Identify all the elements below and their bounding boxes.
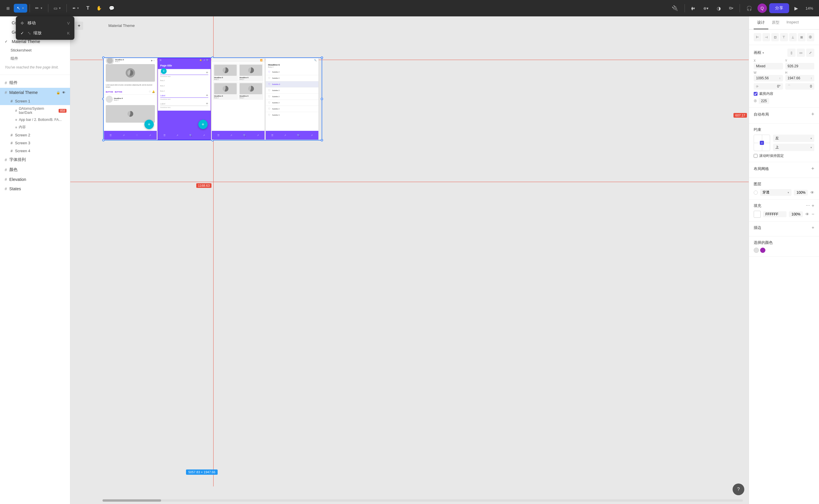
- shape-tool[interactable]: ▭ ▼: [51, 4, 64, 12]
- fab-1[interactable]: +: [144, 120, 154, 129]
- constraint-v-select[interactable]: 上 ▾: [773, 144, 814, 151]
- frame-label[interactable]: 画框 ▾: [754, 50, 764, 55]
- tab-design[interactable]: 设计: [754, 16, 768, 29]
- corner-value[interactable]: ⌒ 0: [785, 83, 815, 90]
- bottom-nav-2: ☰ ↗ 🔍 ↗: [158, 131, 211, 140]
- fill-grid-icon[interactable]: ⋯: [806, 203, 810, 208]
- add-auto-layout-btn[interactable]: +: [811, 111, 814, 117]
- opacity-mode-select[interactable]: 穿透 ▾: [760, 189, 791, 196]
- play-button[interactable]: ▶: [791, 4, 801, 13]
- sidebar-item-screen2[interactable]: # Screen 2: [0, 131, 70, 139]
- sidebar-item-states[interactable]: # States: [0, 184, 70, 193]
- sidebar-item-stickersheet[interactable]: Stickersheet: [0, 46, 70, 54]
- apps-button[interactable]: ⊞: [4, 4, 13, 12]
- x-value[interactable]: Mixed: [754, 63, 783, 69]
- sidebar-item-component[interactable]: 组件: [0, 54, 70, 63]
- sel-handle-br[interactable]: [321, 139, 323, 141]
- hash-icon-1: #: [5, 80, 7, 85]
- color-swatch-gray[interactable]: [754, 248, 759, 253]
- dropdown-move[interactable]: ✥ 移动 V: [16, 18, 74, 28]
- scrollbar-thumb[interactable]: [102, 499, 161, 502]
- distribute[interactable]: ⦿: [807, 33, 814, 41]
- sidebar-item-screen4[interactable]: # Screen 4: [0, 147, 70, 155]
- share-button[interactable]: 分享: [769, 3, 789, 13]
- fill-color-swatch[interactable]: [754, 211, 761, 218]
- fab-2-small[interactable]: +: [161, 68, 167, 74]
- add-page-button[interactable]: +: [75, 22, 83, 30]
- effects-icon[interactable]: ⧫▾: [688, 4, 698, 12]
- cursor-tool[interactable]: ↖ ▼: [14, 4, 27, 13]
- sidebar-item-material-theme-frame[interactable]: # Material Theme 🔒 👁: [0, 88, 70, 97]
- fill-opacity-value[interactable]: 100%: [789, 211, 803, 217]
- free-limit-notice: You've reached the free page limit.: [0, 63, 70, 72]
- contrast-icon[interactable]: ◑: [714, 4, 724, 13]
- align-icons: ⊢ ⊣ ⊡ ⊤ ⊥ ⊞ ⦿: [754, 33, 814, 41]
- clip-content-checkbox[interactable]: [754, 92, 758, 96]
- align-center-h[interactable]: ⊣: [763, 33, 770, 41]
- opacity-value[interactable]: 100%: [794, 190, 808, 196]
- h-value[interactable]: 1947.66 ↕: [785, 75, 815, 81]
- align-top[interactable]: ⊤: [780, 33, 788, 41]
- dropdown-scale[interactable]: ✓ ⤡ 缩放 K: [16, 28, 74, 38]
- zoom-level[interactable]: 14%: [803, 5, 815, 12]
- fullscreen-icon[interactable]: ⤢: [806, 49, 814, 57]
- badge-858: 858: [59, 109, 66, 113]
- tab-inspect[interactable]: Inspect: [783, 16, 802, 29]
- sidebar-item-elevation[interactable]: # Elevation: [0, 175, 70, 184]
- scrollbar[interactable]: [102, 499, 743, 502]
- sel-handle-mr[interactable]: [321, 98, 323, 100]
- fill-color-value[interactable]: FFFFFF: [763, 211, 787, 217]
- sidebar-item-content[interactable]: ≡ 内容: [0, 123, 70, 131]
- align-left[interactable]: ⊢: [754, 33, 761, 41]
- headphone-icon[interactable]: 🎧: [743, 4, 755, 13]
- avatar[interactable]: Q: [758, 4, 767, 13]
- clip-value[interactable]: 225: [759, 98, 769, 104]
- y-value[interactable]: 926.29: [785, 63, 815, 69]
- sidebar-item-screen1[interactable]: # Screen 1: [0, 97, 70, 105]
- add-grid-btn[interactable]: +: [811, 166, 814, 172]
- add-fill-btn[interactable]: +: [812, 203, 814, 208]
- status-bar-1: Headline 6 Body 2 ▶ ☆: [104, 58, 157, 63]
- color-picker-section: 选择的颜色: [749, 236, 819, 257]
- toolbar: ⊞ ↖ ▼ ✏ ▼ ▭ ▼ ✒ ▼ T ✋ 💬 🔌 ⧫▾ ⊕▾ ◑ ⧉▾ 🎧 Q…: [0, 0, 819, 16]
- separator-4: [685, 4, 685, 12]
- help-button[interactable]: ?: [733, 484, 744, 495]
- add-stroke-btn[interactable]: +: [812, 225, 814, 230]
- constraint-h-select[interactable]: 左 ▾: [773, 135, 814, 142]
- rotation-value[interactable]: ⟳ 0°: [754, 83, 783, 90]
- text-tool[interactable]: T: [83, 4, 92, 13]
- align-right[interactable]: ⊡: [771, 33, 779, 41]
- sidebar-item-component-frame[interactable]: # 组件: [0, 78, 70, 88]
- color-swatch-purple[interactable]: [760, 248, 765, 253]
- sidebar-item-atoms[interactable]: # ΩAtoms/System bar/Dark 858: [0, 105, 70, 116]
- remove-fill-btn[interactable]: −: [812, 212, 814, 217]
- sidebar-item-colors[interactable]: # 颜色: [0, 165, 70, 175]
- tab-prototype[interactable]: 原型: [768, 16, 783, 29]
- align-center-v[interactable]: ⊥: [789, 33, 797, 41]
- hand-tool[interactable]: ✋: [93, 4, 105, 13]
- pen-tool-2[interactable]: ✒ ▼: [69, 4, 82, 12]
- fill-eye[interactable]: 👁: [805, 212, 809, 217]
- canvas-area[interactable]: Material Theme + 926.29 607.17 1168.63: [70, 16, 749, 504]
- fab-2[interactable]: +: [198, 120, 208, 129]
- panel-tabs: 设计 原型 Inspect: [749, 16, 819, 30]
- w-value[interactable]: 1095.56 ↕: [754, 75, 783, 81]
- status-icons-1: ▶ ☆: [151, 59, 155, 62]
- pen-tool[interactable]: ✏ ▼: [32, 4, 46, 13]
- sidebar-item-typography[interactable]: # 字体排列: [0, 155, 70, 165]
- constraint-selects: 左 ▾ 上 ▾: [773, 135, 814, 151]
- landscape-icon[interactable]: ▭: [797, 49, 805, 57]
- sidebar-item-appbar[interactable]: ≡ App bar / 2. Bottom/B. FA...: [0, 116, 70, 123]
- align-bottom[interactable]: ⊞: [798, 33, 806, 41]
- grid-icon[interactable]: ⊕▾: [700, 4, 712, 12]
- comment-tool[interactable]: 💬: [106, 4, 117, 13]
- canvas-page-label: Material Theme: [108, 23, 135, 28]
- opacity-eye[interactable]: 👁: [810, 190, 814, 195]
- portrait-icon[interactable]: ▯: [787, 49, 796, 57]
- fill-row: FFFFFF 100% 👁 −: [754, 211, 814, 218]
- sel-handle-tr[interactable]: [321, 56, 323, 59]
- arrange-icon[interactable]: ⧉▾: [726, 4, 736, 12]
- plugin-icon[interactable]: 🔌: [669, 3, 681, 13]
- keep-fixed-checkbox[interactable]: [754, 154, 758, 158]
- sidebar-item-screen3[interactable]: # Screen 3: [0, 139, 70, 147]
